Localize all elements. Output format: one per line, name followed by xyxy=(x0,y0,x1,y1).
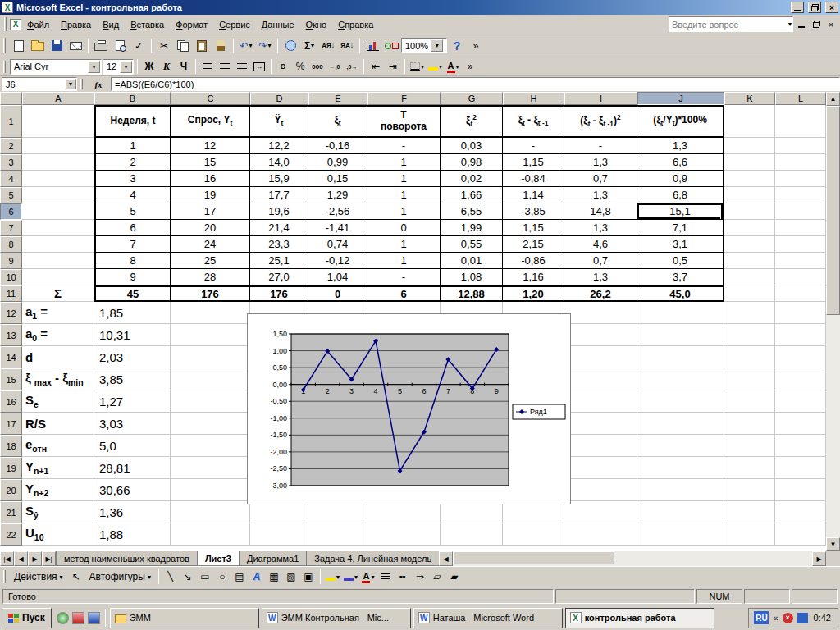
cell-H8[interactable]: 2,15 xyxy=(503,236,564,253)
workbook-icon[interactable]: X xyxy=(10,19,21,30)
cell-E21[interactable] xyxy=(308,501,368,523)
borders-button[interactable]: ▾ xyxy=(409,58,426,75)
cell-K22[interactable] xyxy=(724,523,775,546)
cell-K9[interactable] xyxy=(724,253,775,269)
cell-A19[interactable]: Yn+1 xyxy=(22,457,94,479)
column-header-C[interactable]: C xyxy=(171,92,250,105)
column-header-J[interactable]: J xyxy=(637,92,724,105)
cell-F5[interactable]: 1 xyxy=(368,187,441,203)
first-sheet-button[interactable]: |◀ xyxy=(0,551,14,566)
menu-item-Сервис[interactable]: Сервис xyxy=(213,16,256,33)
row-header-9[interactable]: 9 xyxy=(0,253,22,269)
column-header-H[interactable]: H xyxy=(503,92,564,105)
help-icon[interactable]: ? xyxy=(448,37,466,55)
formula-input[interactable]: =ABS((E6/C6)*100) xyxy=(111,77,840,91)
cell-I6[interactable]: 14,8 xyxy=(564,203,637,220)
column-header-I[interactable]: I xyxy=(564,92,637,105)
row-header-16[interactable]: 16 xyxy=(0,390,22,413)
cell-A12[interactable]: a1 = xyxy=(22,302,94,324)
cell-F10[interactable]: - xyxy=(368,269,441,285)
cell-E1[interactable]: ξt xyxy=(308,105,368,138)
arrow-style-icon[interactable]: ⇒ xyxy=(412,568,428,585)
cell-L8[interactable] xyxy=(775,236,826,253)
cell-K2[interactable] xyxy=(724,138,775,154)
cell-J20[interactable] xyxy=(637,479,724,501)
cell-H5[interactable]: 1,14 xyxy=(503,187,564,203)
menu-item-Файл[interactable]: Файл xyxy=(21,16,55,33)
align-center-icon[interactable] xyxy=(217,58,233,75)
next-sheet-button[interactable]: ▶ xyxy=(28,551,42,566)
cell-B15[interactable]: 3,85 xyxy=(94,368,171,390)
sheet-tab-Задача-4,-Линейная-модель[interactable]: Задача 4, Линейная модель xyxy=(306,551,440,566)
cell-G9[interactable]: 0,01 xyxy=(441,253,503,269)
start-button[interactable]: Пуск xyxy=(2,608,52,628)
cell-L6[interactable] xyxy=(775,203,826,220)
cell-J16[interactable] xyxy=(637,390,724,413)
cell-K5[interactable] xyxy=(724,187,775,203)
cell-E4[interactable]: 0,15 xyxy=(308,171,368,187)
cell-L16[interactable] xyxy=(775,390,826,413)
vertical-scrollbar[interactable]: ▲ ▼ xyxy=(826,92,840,551)
cell-C15[interactable] xyxy=(171,368,250,390)
taskbar-button-ЭММ[interactable]: ЭММ xyxy=(110,608,259,628)
cell-I13[interactable] xyxy=(564,324,637,346)
percent-style-icon[interactable]: % xyxy=(292,58,308,75)
cell-J10[interactable]: 3,7 xyxy=(637,269,724,285)
row-header-8[interactable]: 8 xyxy=(0,236,22,253)
bold-button[interactable]: Ж xyxy=(141,58,158,75)
cell-G7[interactable]: 1,99 xyxy=(441,220,503,236)
cell-E2[interactable]: -0,16 xyxy=(308,138,368,154)
align-left-icon[interactable] xyxy=(199,58,216,75)
cell-K12[interactable] xyxy=(724,302,775,324)
cell-B9[interactable]: 8 xyxy=(94,253,171,269)
cell-F8[interactable]: 1 xyxy=(368,236,441,253)
column-header-B[interactable]: B xyxy=(94,92,171,105)
question-input[interactable] xyxy=(672,20,788,30)
tray-chevron-icon[interactable]: « xyxy=(773,613,778,623)
chart-wizard-icon[interactable] xyxy=(363,37,381,55)
sort-descending-icon[interactable]: ЯА↓ xyxy=(338,37,356,55)
cell-F2[interactable]: - xyxy=(368,138,441,154)
cell-L21[interactable] xyxy=(775,501,826,523)
cell-A1[interactable] xyxy=(22,105,94,138)
tray-icon-red[interactable]: × xyxy=(783,613,793,623)
drawing-fill-color-button[interactable]: ▾ xyxy=(324,568,341,585)
cell-L3[interactable] xyxy=(775,154,826,171)
clock[interactable]: 0:42 xyxy=(814,613,831,623)
cell-D5[interactable]: 17,7 xyxy=(250,187,308,203)
drawing-font-color-button[interactable]: А▾ xyxy=(360,568,377,585)
row-header-11[interactable]: 11 xyxy=(0,285,22,302)
cell-B21[interactable]: 1,36 xyxy=(94,501,171,523)
redo-dropdown-icon[interactable]: ▾ xyxy=(268,42,272,49)
cell-K21[interactable] xyxy=(724,501,775,523)
scroll-right-button[interactable]: ▶ xyxy=(812,551,826,566)
cell-I5[interactable]: 1,3 xyxy=(564,187,637,203)
column-header-A[interactable]: A xyxy=(22,92,94,105)
borders-dropdown-icon[interactable]: ▾ xyxy=(421,63,424,71)
row-header-19[interactable]: 19 xyxy=(0,457,22,479)
sort-ascending-icon[interactable]: АЯ↓ xyxy=(319,37,337,55)
cell-D22[interactable] xyxy=(250,523,308,546)
cell-D21[interactable] xyxy=(250,501,308,523)
cell-G10[interactable]: 1,08 xyxy=(441,269,503,285)
workbook-minimize-button[interactable] xyxy=(795,18,808,30)
workbook-restore-button[interactable] xyxy=(810,18,823,30)
row-header-12[interactable]: 12 xyxy=(0,302,22,324)
cell-J3[interactable]: 6,6 xyxy=(637,154,724,171)
column-header-K[interactable]: K xyxy=(724,92,775,105)
formatting-toolbar-options-icon[interactable]: » xyxy=(462,58,478,75)
cell-B18[interactable]: 5,0 xyxy=(94,435,171,457)
font-color-dropdown-icon[interactable]: ▾ xyxy=(456,63,459,71)
email-icon[interactable] xyxy=(66,37,84,55)
cell-I10[interactable]: 1,3 xyxy=(564,269,637,285)
fill-handle[interactable] xyxy=(720,217,724,220)
last-sheet-button[interactable]: ▶| xyxy=(42,551,56,566)
paste-icon[interactable] xyxy=(193,37,211,55)
cell-I15[interactable] xyxy=(564,368,637,390)
cell-L15[interactable] xyxy=(775,368,826,390)
font-color-button[interactable]: А▾ xyxy=(445,58,461,75)
cell-B20[interactable]: 30,66 xyxy=(94,479,171,501)
cell-D6[interactable]: 19,6 xyxy=(250,203,308,220)
cell-J13[interactable] xyxy=(637,324,724,346)
quick-launch-icon-1[interactable] xyxy=(57,612,69,624)
